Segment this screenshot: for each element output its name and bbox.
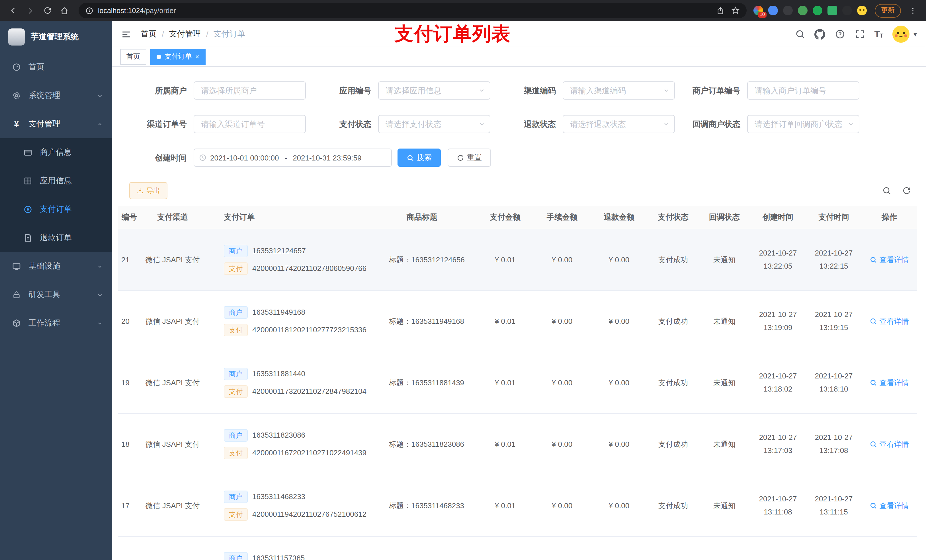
table-row: 21 微信 JSAPI 支付 商户 1635312124657 支付 42000… xyxy=(118,229,917,291)
pay-status: 支付成功 xyxy=(648,229,699,290)
create-time: 2021-10-2713:17:03 xyxy=(750,414,806,475)
breadcrumb-home[interactable]: 首页 xyxy=(141,29,157,39)
extension-icon[interactable] xyxy=(828,6,837,15)
table-body: 21 微信 JSAPI 支付 商户 1635312124657 支付 42000… xyxy=(118,229,917,560)
view-detail-link[interactable]: 查看详情 xyxy=(870,439,909,450)
sidebar-item-refund-order[interactable]: 退款订单 xyxy=(0,223,112,252)
sidebar-item-app-info[interactable]: 应用信息 xyxy=(0,167,112,195)
extension-icon[interactable]: 10 xyxy=(754,6,763,15)
view-detail-link[interactable]: 查看详情 xyxy=(870,500,909,511)
extension-icon[interactable] xyxy=(842,6,852,15)
tab-home[interactable]: 首页 xyxy=(120,49,146,65)
address-bar[interactable]: localhost:1024/pay/order xyxy=(79,3,747,18)
pay-time xyxy=(806,537,862,560)
extension-icons: 10 xyxy=(754,6,867,15)
channel-order-no-input[interactable] xyxy=(194,115,306,133)
sidebar: 芋道管理系统 首页 系统管理 ¥ 支付管理 商户信息 xyxy=(0,21,112,560)
notify-status-select[interactable] xyxy=(747,115,859,133)
record-icon xyxy=(23,204,33,214)
sidebar-item-pay-order[interactable]: 支付订单 xyxy=(0,195,112,223)
pay-time: 2021-10-2713:11:15 xyxy=(806,475,862,536)
notify-status xyxy=(699,537,750,560)
magnifier-icon xyxy=(870,256,877,264)
merchant-tag: 商户 xyxy=(224,368,248,380)
export-button[interactable]: 导出 xyxy=(129,182,168,199)
pay-status: 支付成功 xyxy=(648,475,699,536)
cube-icon xyxy=(11,318,22,328)
create-time-range-picker[interactable]: 2021-10-01 00:00:00 - 2021-10-31 23:59:5… xyxy=(194,148,392,167)
merchant-order-no: 1635311157365 xyxy=(252,553,305,560)
channel-pay-no: 4200001173202110272847982104 xyxy=(252,386,366,397)
sidebar-toggle-icon[interactable] xyxy=(120,29,132,39)
browser-menu-icon[interactable] xyxy=(905,3,920,18)
navbar-actions: TT ▼ xyxy=(794,26,926,43)
sidebar-item-dev-tools[interactable]: 研发工具 xyxy=(0,281,112,309)
toggle-search-icon[interactable] xyxy=(882,186,891,195)
github-icon[interactable] xyxy=(814,29,825,39)
close-tab-icon[interactable]: × xyxy=(195,53,199,60)
refund-amount: ¥ 0.00 xyxy=(590,229,648,290)
pay-tag: 支付 xyxy=(224,508,248,521)
font-size-icon[interactable]: TT xyxy=(874,30,883,39)
pay-amount: ¥ 0.01 xyxy=(477,352,534,413)
table-header: 编号 支付渠道 支付订单 商品标题 支付金额 手续金额 退款金额 支付状态 回调… xyxy=(118,206,917,229)
bookmark-star-icon[interactable] xyxy=(731,6,740,15)
refund-status-select[interactable] xyxy=(563,115,675,133)
breadcrumb-parent[interactable]: 支付管理 xyxy=(169,29,201,39)
browser-back-button[interactable] xyxy=(6,3,21,18)
gear-icon xyxy=(11,91,22,101)
extension-icon[interactable] xyxy=(768,6,778,15)
app-title: 芋道管理系统 xyxy=(31,32,79,42)
app-no-select[interactable] xyxy=(378,82,490,100)
pay-status-select[interactable] xyxy=(378,115,490,133)
fullscreen-icon[interactable] xyxy=(854,29,865,39)
user-avatar[interactable]: ▼ xyxy=(893,26,918,43)
view-detail-link[interactable]: 查看详情 xyxy=(870,377,909,388)
reset-button[interactable]: 重置 xyxy=(448,148,491,167)
sidebar-item-workflow[interactable]: 工作流程 xyxy=(0,309,112,338)
browser-home-button[interactable] xyxy=(57,3,72,18)
merchant-tag: 商户 xyxy=(224,491,248,503)
merchant-order-no-input[interactable] xyxy=(747,82,859,100)
channel-code-select[interactable] xyxy=(563,82,675,100)
fee-amount: ¥ 0.00 xyxy=(534,475,590,536)
search-button[interactable]: 搜索 xyxy=(398,148,441,167)
share-icon[interactable] xyxy=(716,6,725,15)
extension-icon[interactable] xyxy=(857,6,867,15)
browser-update-button[interactable]: 更新 xyxy=(875,4,901,17)
url-text: localhost:1024/pay/order xyxy=(98,6,176,15)
pay-order-cell: 商户 1635311468233 支付 42000011942021102767… xyxy=(204,475,367,536)
site-info-icon[interactable] xyxy=(85,6,94,15)
search-icon[interactable] xyxy=(794,29,805,39)
merchant-order-no: 1635311823086 xyxy=(252,430,305,441)
sidebar-item-pay[interactable]: ¥ 支付管理 xyxy=(0,110,112,138)
help-icon[interactable] xyxy=(834,29,845,39)
extension-icon[interactable] xyxy=(813,6,822,15)
table-row: 20 微信 JSAPI 支付 商户 1635311949168 支付 42000… xyxy=(118,291,917,352)
order-id: 20 xyxy=(118,291,141,352)
sidebar-item-home[interactable]: 首页 xyxy=(0,53,112,82)
view-detail-link[interactable]: 查看详情 xyxy=(870,316,909,327)
extension-icon[interactable] xyxy=(798,6,808,15)
browser-reload-button[interactable] xyxy=(40,3,54,18)
pay-channel: 微信 JSAPI 支付 xyxy=(141,475,204,536)
sidebar-item-infra[interactable]: 基础设施 xyxy=(0,252,112,281)
channel-pay-no: 4200001181202110277723215336 xyxy=(252,325,366,336)
date-end: 2021-10-31 23:59:59 xyxy=(293,153,362,162)
refresh-table-icon[interactable] xyxy=(902,186,911,195)
pay-order-cell: 商户 1635311157365 支付 xyxy=(204,537,367,560)
browser-forward-button[interactable] xyxy=(23,3,38,18)
merchant-select[interactable] xyxy=(194,82,306,100)
pay-status: 支付成功 xyxy=(648,291,699,352)
sidebar-item-merchant-info[interactable]: 商户信息 xyxy=(0,138,112,167)
order-id: 19 xyxy=(118,352,141,413)
product-title: 标题：1635311881439 xyxy=(367,352,477,413)
sidebar-item-system[interactable]: 系统管理 xyxy=(0,82,112,110)
breadcrumb-current: 支付订单 xyxy=(213,29,245,39)
chevron-down-icon xyxy=(97,320,103,326)
pay-channel: 微信 JSAPI 支付 xyxy=(141,229,204,290)
tab-pay-order[interactable]: 支付订单 × xyxy=(150,49,206,65)
extension-icon[interactable] xyxy=(783,6,793,15)
view-detail-link[interactable]: 查看详情 xyxy=(870,254,909,266)
order-id xyxy=(118,537,141,560)
